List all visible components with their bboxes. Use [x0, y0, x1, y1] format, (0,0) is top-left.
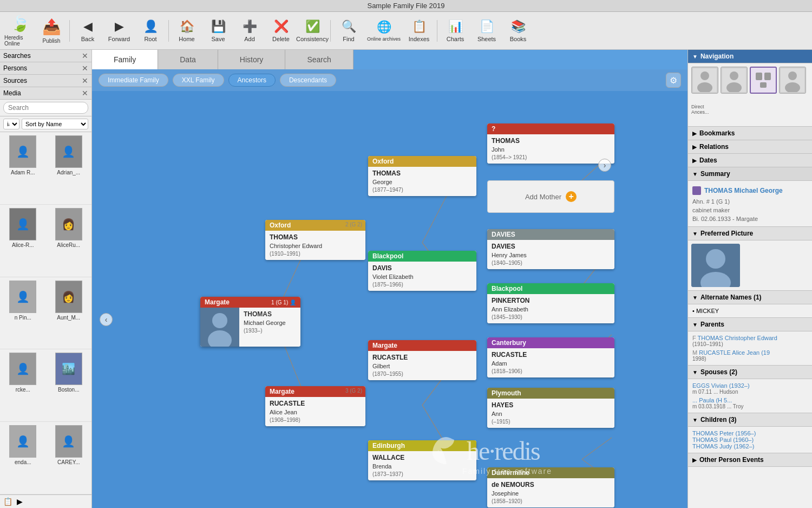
toolbar-btn-forward[interactable]: ▶ Forward: [103, 15, 135, 47]
father-name[interactable]: THOMAS Christopher Edward: [698, 335, 777, 341]
gen1-mother-card[interactable]: Margate 3 (G 2) RUCASTLE Alice Jean (190…: [265, 386, 365, 426]
list-item[interactable]: 🏙️ Boston...: [46, 349, 92, 422]
gen1-father-card[interactable]: Oxford 2 (G 2) THOMAS Christopher Edward…: [265, 220, 365, 260]
gen2-ff-card[interactable]: Oxford THOMAS George (1877–1947): [368, 156, 476, 196]
toolbar-btn-back[interactable]: ◀ Back: [72, 15, 103, 47]
media-close[interactable]: ✕: [82, 89, 88, 97]
spouse-1-name[interactable]: EGGS Vivian (1932–): [692, 382, 750, 389]
sources-close[interactable]: ✕: [82, 76, 88, 85]
view-xxl-family[interactable]: XXL Family: [173, 74, 224, 87]
nav-arrow-right[interactable]: ›: [598, 159, 611, 172]
toolbar-btn-heredis-online[interactable]: 🍃 Heredis Online: [4, 15, 36, 47]
persons-close[interactable]: ✕: [82, 64, 88, 73]
list-item[interactable]: 👤 Adam R...: [0, 132, 46, 205]
gen3-mfm-card[interactable]: Plymouth HAYES Ann (–1915): [487, 388, 614, 428]
parents-triangle: ▼: [692, 322, 698, 328]
svg-rect-25: [764, 73, 771, 80]
nav-thumb-2[interactable]: [721, 67, 748, 94]
children-header[interactable]: ▼ Children (3): [688, 413, 812, 427]
toolbar-btn-online-archives[interactable]: 🌐 Online archives: [364, 15, 403, 47]
spouses-header[interactable]: ▼ Spouses (2): [688, 366, 812, 379]
settings-button[interactable]: ⚙: [666, 73, 681, 88]
toolbar-btn-home[interactable]: 🏠 Home: [171, 15, 202, 47]
persons-label: Persons: [3, 64, 27, 72]
toolbar-btn-publish[interactable]: 📤 Publish: [36, 15, 67, 47]
list-item[interactable]: 👩 Aunt_M...: [46, 277, 92, 350]
list-item[interactable]: 👩 AliceRu...: [46, 205, 92, 277]
list-item[interactable]: 👤 CAREY...: [46, 422, 92, 494]
gen3-mfm-surname: HAYES: [492, 401, 610, 410]
summary-person-name[interactable]: THOMAS Michael George: [704, 187, 783, 194]
view-ancestors[interactable]: Ancestors: [228, 74, 276, 87]
gen2-mf-card[interactable]: Margate RUCASTLE Gilbert (1870–1955): [368, 340, 476, 380]
gen3-ffm-add-card[interactable]: Add Mother +: [487, 180, 614, 213]
toolbar-btn-consistency[interactable]: ✅ Consistency: [297, 15, 328, 47]
parents-content: F THOMAS Christopher Edward (1910–1991) …: [688, 331, 812, 366]
mother-name[interactable]: RUCASTLE Alice Jean (19: [699, 349, 770, 356]
child-1-name[interactable]: THOMAS Peter (1956–): [692, 430, 756, 437]
gen3-fmf-card[interactable]: DAVIES DAVIES Henry James (1840–1905): [487, 229, 614, 269]
sources-header[interactable]: Sources ✕: [0, 75, 91, 87]
gen3-fmm-dates: (1845–1930): [492, 314, 610, 321]
navigation-section-header[interactable]: ▼ Navigation: [688, 50, 812, 63]
list-item[interactable]: 👤 Adrian_...: [46, 132, 92, 205]
list-item[interactable]: 👤 n Pin...: [0, 277, 46, 350]
tab-data[interactable]: Data: [158, 50, 218, 69]
spouse-2-name[interactable]: ... Paula (H 5...: [692, 397, 732, 403]
bookmarks-section-header[interactable]: ▶ Bookmarks: [688, 127, 812, 140]
gen3-fff-card[interactable]: ? THOMAS John (1854–> 1921): [487, 123, 614, 164]
sort-controls: ia Sort by Name: [0, 116, 91, 132]
nav-arrow-left[interactable]: ‹: [100, 313, 113, 326]
root-person-card[interactable]: Margate 1 (G 1) 👤 THOMAS Michael George …: [200, 297, 300, 347]
gen3-fmf-header: DAVIES: [487, 229, 614, 240]
summary-section-header[interactable]: ▼ Summary: [688, 167, 812, 181]
filter-select[interactable]: ia: [3, 119, 19, 129]
tab-history[interactable]: History: [218, 50, 286, 69]
list-item[interactable]: 👤 Alice-R...: [0, 205, 46, 277]
heredis-tagline: Family tree software: [462, 467, 552, 476]
preferred-photo[interactable]: [691, 244, 740, 287]
relations-section-header[interactable]: ▶ Relations: [688, 140, 812, 154]
toolbar-btn-root[interactable]: 👤 Root: [135, 15, 166, 47]
sort-select[interactable]: Sort by Name: [22, 119, 88, 129]
child-3-name[interactable]: THOMAS Judy (1962–): [692, 443, 754, 450]
toolbar-btn-save[interactable]: 💾 Save: [202, 15, 234, 47]
parents-header[interactable]: ▼ Parents: [688, 318, 812, 331]
tab-search[interactable]: Search: [285, 50, 353, 69]
toolbar-btn-delete[interactable]: ❌ Delete: [265, 15, 297, 47]
gen3-fmm-card[interactable]: Blackpool PINKERTON Ann Elizabeth (1845–…: [487, 283, 614, 323]
toolbar-btn-indexes[interactable]: 📋 Indexes: [403, 15, 435, 47]
list-item[interactable]: 👤 enda...: [0, 422, 46, 494]
view-immediate-family[interactable]: Immediate Family: [99, 74, 168, 87]
toolbar-btn-sheets[interactable]: 📄 Sheets: [471, 15, 502, 47]
persons-header[interactable]: Persons ✕: [0, 62, 91, 75]
person-name: AliceRu...: [57, 242, 80, 248]
toolbar-btn-books[interactable]: 📚 Books: [502, 15, 534, 47]
bottom-icon2[interactable]: ▶: [17, 497, 23, 506]
media-header[interactable]: Media ✕: [0, 87, 91, 100]
tab-family[interactable]: Family: [92, 50, 158, 69]
nav-thumb-1[interactable]: [691, 67, 718, 94]
gen3-mff-card[interactable]: Canterbury RUCASTLE Adam (1818–1906): [487, 337, 614, 377]
other-events-header[interactable]: ▶ Other Person Events: [688, 453, 812, 467]
alt-names-header[interactable]: ▼ Alternate Names (1): [688, 291, 812, 304]
add-mother-button[interactable]: +: [566, 191, 577, 202]
nav-thumb-3[interactable]: [750, 67, 777, 94]
dates-section-header[interactable]: ▶ Dates: [688, 154, 812, 167]
preferred-picture-header[interactable]: ▼ Preferred Picture: [688, 227, 812, 240]
nav-thumb-4[interactable]: [779, 67, 806, 94]
gen2-fm-card[interactable]: Blackpool DAVIS Violet Elizabeth (1875–1…: [368, 251, 476, 291]
view-descendants[interactable]: Descendants: [280, 74, 336, 87]
toolbar-btn-charts[interactable]: 📊 Charts: [440, 15, 471, 47]
person-name: Adam R...: [11, 170, 35, 175]
toolbar-btn-find[interactable]: 🔍 Find: [333, 15, 364, 47]
child-2-name[interactable]: THOMAS Paul (1960–): [692, 437, 754, 443]
toolbar-btn-add[interactable]: ➕ Add: [234, 15, 265, 47]
gen3-mmf-body: de NEMOURS Josephine (1858–1920): [487, 478, 614, 507]
child-1: THOMAS Peter (1956–): [692, 430, 808, 437]
searches-close[interactable]: ✕: [82, 51, 88, 60]
list-item[interactable]: 👤 rcke...: [0, 349, 46, 422]
searches-header[interactable]: Searches ✕: [0, 50, 91, 62]
bottom-icon1[interactable]: 📋: [3, 497, 12, 506]
search-input[interactable]: [3, 102, 88, 114]
